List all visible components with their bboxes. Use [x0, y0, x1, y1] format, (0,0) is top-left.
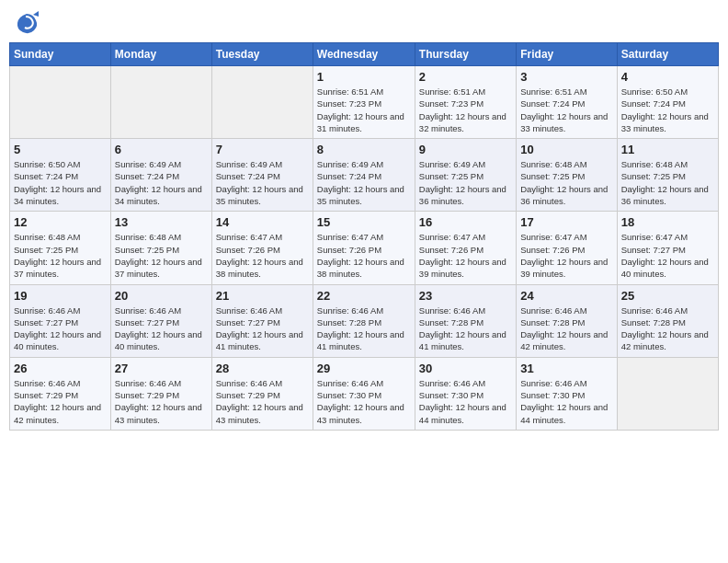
day-number: 3 — [520, 70, 612, 84]
day-number: 15 — [317, 215, 411, 229]
calendar-cell: 3Sunrise: 6:51 AMSunset: 7:24 PMDaylight… — [517, 66, 617, 139]
day-info: Sunrise: 6:46 AMSunset: 7:27 PMDaylight:… — [216, 304, 309, 353]
calendar-cell: 23Sunrise: 6:46 AMSunset: 7:28 PMDayligh… — [415, 284, 516, 357]
calendar-cell: 8Sunrise: 6:49 AMSunset: 7:24 PMDaylight… — [313, 139, 415, 212]
header-row: SundayMondayTuesdayWednesdayThursdayFrid… — [10, 43, 719, 66]
day-info: Sunrise: 6:47 AMSunset: 7:26 PMDaylight:… — [216, 231, 309, 280]
calendar-cell: 20Sunrise: 6:46 AMSunset: 7:27 PMDayligh… — [110, 284, 211, 357]
week-row-4: 26Sunrise: 6:46 AMSunset: 7:29 PMDayligh… — [10, 357, 719, 430]
calendar-cell: 28Sunrise: 6:46 AMSunset: 7:29 PMDayligh… — [211, 357, 313, 430]
calendar-cell: 30Sunrise: 6:46 AMSunset: 7:30 PMDayligh… — [415, 357, 516, 430]
day-number: 17 — [520, 215, 612, 229]
day-info: Sunrise: 6:48 AMSunset: 7:25 PMDaylight:… — [520, 158, 612, 207]
day-number: 25 — [621, 289, 714, 303]
day-number: 1 — [317, 70, 411, 84]
header-friday: Friday — [517, 43, 617, 66]
calendar-table: SundayMondayTuesdayWednesdayThursdayFrid… — [9, 42, 719, 431]
day-number: 20 — [115, 289, 208, 303]
calendar-cell: 26Sunrise: 6:46 AMSunset: 7:29 PMDayligh… — [10, 357, 111, 430]
logo — [13, 9, 44, 37]
calendar-cell: 12Sunrise: 6:48 AMSunset: 7:25 PMDayligh… — [10, 212, 111, 284]
calendar-header: SundayMondayTuesdayWednesdayThursdayFrid… — [10, 43, 719, 66]
calendar-cell: 5Sunrise: 6:50 AMSunset: 7:24 PMDaylight… — [10, 139, 111, 212]
day-number: 5 — [14, 143, 107, 156]
calendar-cell: 10Sunrise: 6:48 AMSunset: 7:25 PMDayligh… — [517, 139, 617, 212]
day-info: Sunrise: 6:47 AMSunset: 7:26 PMDaylight:… — [520, 231, 612, 280]
week-row-0: 1Sunrise: 6:51 AMSunset: 7:23 PMDaylight… — [10, 66, 719, 139]
day-info: Sunrise: 6:46 AMSunset: 7:27 PMDaylight:… — [14, 304, 107, 353]
day-number: 23 — [419, 289, 512, 303]
day-number: 19 — [14, 289, 107, 303]
calendar-cell: 22Sunrise: 6:46 AMSunset: 7:28 PMDayligh… — [313, 284, 415, 357]
day-number: 22 — [317, 289, 411, 303]
calendar-cell: 27Sunrise: 6:46 AMSunset: 7:29 PMDayligh… — [110, 357, 211, 430]
day-number: 21 — [216, 289, 309, 303]
day-number: 26 — [14, 362, 107, 375]
calendar-cell: 9Sunrise: 6:49 AMSunset: 7:25 PMDaylight… — [415, 139, 516, 212]
calendar-cell: 14Sunrise: 6:47 AMSunset: 7:26 PMDayligh… — [211, 212, 313, 284]
day-number: 9 — [419, 143, 512, 156]
day-info: Sunrise: 6:46 AMSunset: 7:30 PMDaylight:… — [419, 377, 512, 426]
day-info: Sunrise: 6:50 AMSunset: 7:24 PMDaylight:… — [621, 86, 714, 134]
day-info: Sunrise: 6:46 AMSunset: 7:30 PMDaylight:… — [317, 377, 411, 426]
day-number: 6 — [115, 143, 208, 156]
day-number: 27 — [115, 362, 208, 375]
calendar-cell: 19Sunrise: 6:46 AMSunset: 7:27 PMDayligh… — [10, 284, 111, 357]
day-info: Sunrise: 6:48 AMSunset: 7:25 PMDaylight:… — [14, 231, 107, 280]
header-wednesday: Wednesday — [313, 43, 415, 66]
day-info: Sunrise: 6:47 AMSunset: 7:26 PMDaylight:… — [419, 231, 512, 280]
day-info: Sunrise: 6:48 AMSunset: 7:25 PMDaylight:… — [621, 158, 714, 207]
calendar-cell: 21Sunrise: 6:46 AMSunset: 7:27 PMDayligh… — [211, 284, 313, 357]
day-info: Sunrise: 6:49 AMSunset: 7:25 PMDaylight:… — [419, 158, 512, 207]
day-info: Sunrise: 6:50 AMSunset: 7:24 PMDaylight:… — [14, 158, 107, 207]
day-number: 14 — [216, 215, 309, 229]
calendar-cell: 2Sunrise: 6:51 AMSunset: 7:23 PMDaylight… — [415, 66, 516, 139]
calendar-cell: 11Sunrise: 6:48 AMSunset: 7:25 PMDayligh… — [617, 139, 718, 212]
day-info: Sunrise: 6:46 AMSunset: 7:29 PMDaylight:… — [216, 377, 309, 426]
calendar-cell — [211, 66, 313, 139]
day-number: 16 — [419, 215, 512, 229]
day-info: Sunrise: 6:48 AMSunset: 7:25 PMDaylight:… — [115, 231, 208, 280]
calendar-cell: 25Sunrise: 6:46 AMSunset: 7:28 PMDayligh… — [617, 284, 718, 357]
day-info: Sunrise: 6:51 AMSunset: 7:23 PMDaylight:… — [317, 86, 411, 134]
day-info: Sunrise: 6:49 AMSunset: 7:24 PMDaylight:… — [216, 158, 309, 207]
day-info: Sunrise: 6:47 AMSunset: 7:26 PMDaylight:… — [317, 231, 411, 280]
day-number: 30 — [419, 362, 512, 375]
header-thursday: Thursday — [415, 43, 516, 66]
day-number: 31 — [520, 362, 612, 375]
calendar-cell: 24Sunrise: 6:46 AMSunset: 7:28 PMDayligh… — [517, 284, 617, 357]
week-row-2: 12Sunrise: 6:48 AMSunset: 7:25 PMDayligh… — [10, 212, 719, 284]
day-number: 29 — [317, 362, 411, 375]
day-number: 28 — [216, 362, 309, 375]
calendar-cell: 6Sunrise: 6:49 AMSunset: 7:24 PMDaylight… — [110, 139, 211, 212]
calendar-cell — [10, 66, 111, 139]
calendar-cell: 17Sunrise: 6:47 AMSunset: 7:26 PMDayligh… — [517, 212, 617, 284]
day-info: Sunrise: 6:46 AMSunset: 7:27 PMDaylight:… — [115, 304, 208, 353]
day-number: 24 — [520, 289, 612, 303]
day-info: Sunrise: 6:46 AMSunset: 7:28 PMDaylight:… — [317, 304, 411, 353]
day-info: Sunrise: 6:47 AMSunset: 7:27 PMDaylight:… — [621, 231, 714, 280]
day-info: Sunrise: 6:49 AMSunset: 7:24 PMDaylight:… — [317, 158, 411, 207]
header-saturday: Saturday — [617, 43, 718, 66]
day-info: Sunrise: 6:46 AMSunset: 7:29 PMDaylight:… — [115, 377, 208, 426]
calendar-cell: 29Sunrise: 6:46 AMSunset: 7:30 PMDayligh… — [313, 357, 415, 430]
week-row-1: 5Sunrise: 6:50 AMSunset: 7:24 PMDaylight… — [10, 139, 719, 212]
day-info: Sunrise: 6:51 AMSunset: 7:23 PMDaylight:… — [419, 86, 512, 134]
day-info: Sunrise: 6:49 AMSunset: 7:24 PMDaylight:… — [115, 158, 208, 207]
calendar-body: 1Sunrise: 6:51 AMSunset: 7:23 PMDaylight… — [10, 66, 719, 431]
day-number: 7 — [216, 143, 309, 156]
logo-icon — [13, 9, 40, 37]
day-number: 12 — [14, 215, 107, 229]
calendar-cell: 18Sunrise: 6:47 AMSunset: 7:27 PMDayligh… — [617, 212, 718, 284]
calendar-cell: 16Sunrise: 6:47 AMSunset: 7:26 PMDayligh… — [415, 212, 516, 284]
calendar-cell: 31Sunrise: 6:46 AMSunset: 7:30 PMDayligh… — [517, 357, 617, 430]
calendar-cell: 15Sunrise: 6:47 AMSunset: 7:26 PMDayligh… — [313, 212, 415, 284]
day-info: Sunrise: 6:46 AMSunset: 7:28 PMDaylight:… — [419, 304, 512, 353]
day-number: 18 — [621, 215, 714, 229]
day-number: 8 — [317, 143, 411, 156]
calendar-cell — [617, 357, 718, 430]
day-number: 2 — [419, 70, 512, 84]
calendar-cell: 13Sunrise: 6:48 AMSunset: 7:25 PMDayligh… — [110, 212, 211, 284]
header-tuesday: Tuesday — [211, 43, 313, 66]
header-monday: Monday — [110, 43, 211, 66]
